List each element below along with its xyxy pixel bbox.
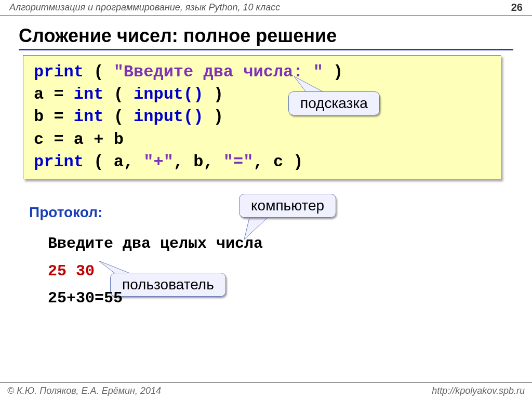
keyword-int: int bbox=[74, 107, 104, 126]
code-text: , c ) bbox=[253, 152, 303, 171]
callout-computer: компьютер bbox=[239, 194, 336, 218]
keyword-input: input() bbox=[134, 107, 203, 126]
header-bar: Алгоритмизация и программирование, язык … bbox=[0, 0, 532, 16]
code-block: print ( "Введите два числа: " ) a = int … bbox=[23, 55, 501, 179]
footer-left: © К.Ю. Поляков, Е.А. Ерёмин, 2014 bbox=[7, 385, 161, 396]
paren: ) bbox=[203, 107, 223, 126]
protocol-output: Введите два целых числа 25 30 25+30=55 bbox=[48, 230, 263, 312]
code-text: b = bbox=[34, 107, 74, 126]
code-line-2: a = int ( input() ) bbox=[34, 83, 490, 105]
keyword-print: print bbox=[34, 152, 84, 171]
page-number: 26 bbox=[511, 2, 523, 14]
page-title: Сложение чисел: полное решение bbox=[19, 25, 513, 50]
code-text: ( a, bbox=[84, 152, 143, 171]
keyword-int: int bbox=[74, 85, 104, 104]
callout-hint: подсказка bbox=[288, 91, 380, 115]
breadcrumb: Алгоритмизация и программирование, язык … bbox=[9, 2, 280, 13]
protocol-label: Протокол: bbox=[29, 204, 102, 221]
paren: ( bbox=[103, 85, 134, 104]
code-line-3: b = int ( input() ) bbox=[34, 105, 490, 128]
paren: ( bbox=[103, 107, 134, 126]
protocol-line: Введите два целых числа bbox=[48, 230, 263, 258]
code-line-4: c = a + b bbox=[34, 128, 490, 151]
keyword-print: print bbox=[34, 62, 84, 82]
keyword-input: input() bbox=[134, 85, 203, 104]
paren: ) bbox=[203, 85, 223, 104]
code-line-5: print ( a, "+", b, "=", c ) bbox=[34, 151, 490, 173]
code-text: , b, bbox=[174, 152, 223, 171]
code-text: a = bbox=[34, 85, 74, 104]
paren: ( bbox=[84, 62, 114, 82]
string-literal: "=" bbox=[223, 152, 254, 171]
footer-right: http://kpolyakov.spb.ru bbox=[432, 385, 525, 396]
footer-bar: © К.Ю. Поляков, Е.А. Ерёмин, 2014 http:/… bbox=[0, 382, 532, 399]
code-line-1: print ( "Введите два числа: " ) bbox=[34, 61, 490, 83]
string-literal: "+" bbox=[143, 152, 174, 171]
protocol-user-input: 25 30 bbox=[48, 258, 263, 285]
protocol-line: 25+30=55 bbox=[48, 285, 263, 312]
